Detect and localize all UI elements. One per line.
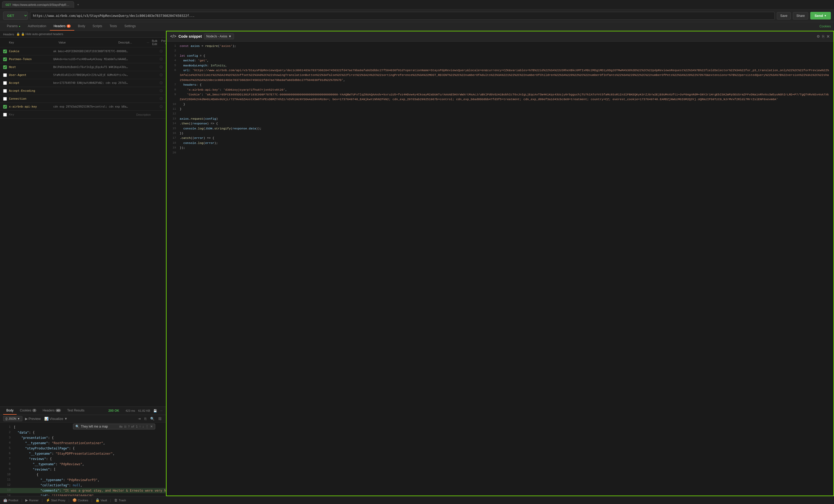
format-selector[interactable]: {} JSON ▼: [3, 416, 22, 421]
tab-authorization[interactable]: Authorization: [24, 22, 50, 30]
vault-status[interactable]: 🔒 Vault: [95, 498, 107, 502]
postman-token-checkbox[interactable]: [3, 58, 7, 61]
response-tab-headers[interactable]: Headers 43: [40, 407, 64, 415]
main-content: Headers 🔒 🔒 Hide auto-generated headers …: [0, 31, 834, 496]
response-time: 423 ms: [126, 409, 135, 412]
header-value-host: BklPdGVdzHiBobhIcT6xfJnIgLjEqcAvT5 W4K1K…: [53, 66, 129, 68]
api-key-info-icon[interactable]: ⓘ: [160, 105, 162, 109]
visualize-button[interactable]: 📊 Visualize ▼: [43, 416, 68, 421]
new-row-checkbox[interactable]: [3, 113, 7, 116]
headers-section: Headers 🔒 🔒 Hide auto-generated headers …: [0, 31, 166, 407]
connection-checkbox[interactable]: [3, 97, 7, 101]
header-key-user-agent: User-Agent: [9, 73, 51, 77]
browser-tab[interactable]: GET https://www.airbnb.com/api/v3/StaysP…: [2, 1, 74, 8]
headers-table: Cookie ak_bmsc=05FCE8695DD1301F193C988F7…: [0, 47, 166, 407]
header-key-accept: Accept: [9, 81, 51, 85]
postman-token-info-icon[interactable]: ⓘ: [160, 57, 162, 61]
more-options-icon[interactable]: ···: [160, 409, 162, 412]
send-button[interactable]: Send ▼: [810, 12, 831, 20]
response-panel: Body Cookies 7 Headers 43 Test Results 2…: [0, 407, 166, 496]
user-agent-checkbox[interactable]: [3, 73, 7, 77]
search-next-button[interactable]: ↓: [142, 425, 144, 428]
tab-tests[interactable]: Tests: [106, 22, 121, 30]
left-panel: Headers 🔒 🔒 Hide auto-generated headers …: [0, 31, 166, 496]
postbot-status[interactable]: 🤖 Postbot: [3, 498, 18, 502]
snippet-line-14: 14 .then((response) => {: [167, 121, 833, 126]
code-line-10: 10 {: [0, 472, 166, 477]
snippet-settings-button[interactable]: ⚙: [817, 34, 820, 39]
cookie-checkbox[interactable]: [3, 49, 7, 53]
search-prev-button[interactable]: ↑: [139, 425, 141, 428]
response-tab-test-results[interactable]: Test Results: [64, 407, 87, 415]
save-response-icon[interactable]: 💾: [153, 409, 157, 413]
api-key-checkbox[interactable]: [3, 105, 7, 109]
accept-info-icon[interactable]: ⓘ: [160, 81, 162, 85]
snippet-line-15: 15 console.log(JSON.stringify(response.d…: [167, 126, 833, 131]
header-key-connection: Connection: [9, 97, 51, 101]
proxy-icon: ⚡: [46, 498, 50, 502]
connection-info-icon[interactable]: ⓘ: [160, 97, 162, 101]
search-input[interactable]: [81, 425, 118, 428]
accept-encoding-info-icon[interactable]: ⓘ: [160, 89, 162, 93]
trash-icon: 🗑: [114, 498, 117, 502]
tab-body[interactable]: Body: [74, 22, 89, 30]
header-value-user-agent: 5faMc8SsR1In3lFBKEQKyK3rZJ9/w2EjE 6UMnXU…: [53, 73, 129, 76]
save-button[interactable]: Save: [777, 12, 791, 20]
code-line-3: 3 "presentation": {: [0, 435, 166, 440]
search-close-button[interactable]: ✕: [150, 425, 153, 428]
add-tab-button[interactable]: +: [75, 2, 82, 8]
cookies-status[interactable]: 🍪 Cookies: [72, 498, 88, 502]
code-line-2: 2 "data": {: [0, 430, 166, 435]
cookies-icon: 🍪: [72, 498, 77, 502]
header-value-api-key: cdn_exp_297d3ab299251967b=control; cdn_e…: [53, 105, 129, 108]
snippet-line-16: 16 }): [167, 131, 833, 136]
response-size: 61.82 KB: [138, 409, 150, 412]
host-info-icon[interactable]: ⓘ: [160, 65, 162, 69]
wrap-lines-button[interactable]: ⇥: [137, 416, 142, 421]
language-selector[interactable]: NodeJs - Axios ▼: [204, 34, 234, 39]
code-snippet-icon: </>: [170, 34, 176, 39]
preview-button[interactable]: ▶ Preview: [24, 416, 42, 421]
accept-encoding-checkbox[interactable]: [3, 89, 7, 93]
response-tab-body[interactable]: Body: [3, 407, 17, 415]
bulk-edit-button[interactable]: Bulk Edit: [151, 39, 158, 46]
url-input[interactable]: [30, 12, 775, 20]
search-more-button[interactable]: ⋮: [146, 425, 149, 428]
cookie-info-icon[interactable]: ⓘ: [160, 49, 162, 53]
hide-auto-headers-button[interactable]: 🔒 🔒 Hide auto-generated headers: [16, 32, 63, 36]
presets-button[interactable]: Presets ▼: [160, 39, 166, 46]
search-response-button[interactable]: 🔍: [149, 416, 155, 421]
code-line-8: 8 "__typename": "PdpReviews",: [0, 462, 166, 467]
copy-response-button[interactable]: ⎘: [144, 416, 148, 421]
snippet-close-button[interactable]: ✕: [826, 34, 830, 39]
tab-headers[interactable]: Headers 8: [50, 22, 74, 30]
header-row-user-agent: User-Agent 5faMc8SsR1In3lFBKEQKyK3rZJ9/w…: [0, 71, 166, 79]
snippet-line-7: 7 headers: {: [167, 83, 833, 87]
tab-scripts[interactable]: Scripts: [89, 22, 106, 30]
header-row-host: Host BklPdGVdzHiBobhIcT6xfJnIgLjEqcAvT5 …: [0, 63, 166, 71]
accept-checkbox[interactable]: [3, 81, 7, 85]
runner-status[interactable]: ▶ Runner: [25, 498, 39, 502]
share-button[interactable]: Share: [793, 12, 808, 20]
host-checkbox[interactable]: [3, 65, 7, 69]
response-body: 🔍 Aa ☷ ? of 1 ↑ ↓ ⋮ ✕ 1 [ 2 "data": {: [0, 422, 166, 496]
trash-status[interactable]: 🗑 Trash: [114, 498, 126, 502]
send-dropdown-arrow[interactable]: ▼: [824, 14, 827, 17]
tab-settings[interactable]: Settings: [121, 22, 139, 30]
response-tab-cookies[interactable]: Cookies 7: [17, 407, 39, 415]
user-agent-info-icon[interactable]: ⓘ: [160, 73, 162, 77]
start-proxy-status[interactable]: ⚡ Start Proxy: [46, 498, 65, 502]
cookies-link[interactable]: Cookies: [819, 24, 831, 28]
method-select[interactable]: GET POST PUT DELETE: [3, 12, 28, 20]
header-row-accept: Accept bev=1737649740_EANjkwYzNhN2FkN2; …: [0, 79, 166, 87]
header-key-postman-token: Postman-Token: [9, 58, 51, 61]
header-row-connection: Connection ⓘ: [0, 95, 166, 103]
new-key-input[interactable]: [9, 113, 51, 116]
search-icon: 🔍: [75, 425, 79, 428]
tab-params[interactable]: Params ●: [3, 22, 24, 30]
snippet-line-5: 5 maxBodyLength: Infinity,: [167, 63, 833, 68]
response-more-button[interactable]: ⛓: [157, 416, 162, 421]
col-value-label: Value: [59, 41, 116, 44]
snippet-line-17: 17 .catch((error) => {: [167, 136, 833, 140]
snippet-copy-button[interactable]: ⎘: [822, 34, 824, 39]
